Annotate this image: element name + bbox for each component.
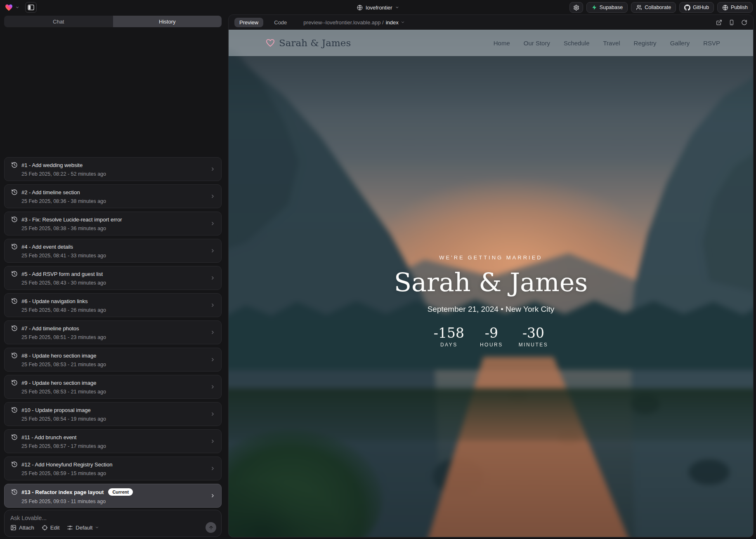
history-item-timestamp: 25 Feb 2025, 08:48 - 26 minutes ago (21, 307, 215, 313)
countdown-unit: -9 HOURS (480, 326, 503, 348)
github-button[interactable]: GitHub (679, 2, 714, 13)
history-item-title: #9 - Update hero section image (21, 380, 96, 386)
open-external-icon[interactable] (716, 19, 722, 26)
history-item-timestamp: 25 Feb 2025, 08:57 - 17 minutes ago (21, 443, 215, 449)
composer-actions: Attach Edit Default (10, 522, 216, 533)
history-list-item-4[interactable]: #4 - Add event details 25 Feb 2025, 08:4… (4, 239, 222, 263)
history-item-timestamp: 25 Feb 2025, 08:36 - 38 minutes ago (21, 198, 215, 204)
chevron-down-icon (401, 20, 405, 24)
chevron-down-icon (95, 525, 99, 530)
users-icon (636, 5, 642, 10)
history-list-item-2[interactable]: #2 - Add timeline section 25 Feb 2025, 0… (4, 184, 222, 208)
history-item-timestamp: 25 Feb 2025, 08:53 - 21 minutes ago (21, 362, 215, 367)
history-item-title: #7 - Add timeline photos (21, 325, 79, 332)
project-switcher[interactable]: lovefrontier (357, 0, 399, 15)
site-brand[interactable]: Sarah & James (266, 38, 351, 48)
chevron-right-icon (210, 357, 215, 362)
nav-link-schedule[interactable]: Schedule (564, 40, 590, 47)
countdown-label: DAYS (440, 342, 458, 348)
chevron-down-icon[interactable] (15, 5, 19, 9)
preview-toolbar: Preview Code preview--lovefrontier.lovab… (229, 15, 753, 30)
history-list-item-13[interactable]: #13 - Refactor index page layout Current… (4, 484, 222, 508)
history-icon (11, 162, 18, 168)
nav-link-travel[interactable]: Travel (603, 40, 620, 47)
edit-button[interactable]: Edit (42, 525, 59, 531)
settings-button[interactable] (569, 2, 583, 13)
chevron-right-icon (210, 384, 215, 390)
tab-history[interactable]: History (113, 16, 222, 27)
history-item-timestamp: 25 Feb 2025, 08:38 - 36 minutes ago (21, 226, 215, 231)
mode-label: Default (76, 525, 92, 531)
supabase-icon (591, 5, 597, 10)
history-icon (11, 271, 18, 277)
refresh-icon[interactable] (741, 19, 747, 26)
chevron-right-icon (210, 466, 215, 471)
crosshair-icon (42, 525, 48, 531)
countdown-label: MINUTES (519, 342, 548, 348)
history-item-timestamp: 25 Feb 2025, 09:03 - 11 minutes ago (21, 499, 215, 504)
nav-link-rsvp[interactable]: RSVP (703, 40, 720, 47)
history-list-item-10[interactable]: #10 - Update proposal image 25 Feb 2025,… (4, 402, 222, 426)
sidebar-toggle-button[interactable] (25, 2, 37, 13)
supabase-button[interactable]: Supabase (586, 2, 628, 13)
history-list-item-7[interactable]: #7 - Add timeline photos 25 Feb 2025, 08… (4, 320, 222, 344)
globe-icon (357, 5, 363, 11)
history-list-item-8[interactable]: #8 - Update hero section image 25 Feb 20… (4, 348, 222, 372)
model-mode-button[interactable]: Default (67, 525, 99, 531)
sidebar-tabs: Chat History (4, 16, 222, 27)
ask-lovable-input[interactable] (10, 515, 215, 521)
gear-icon (573, 5, 579, 11)
attach-label: Attach (19, 525, 34, 531)
history-list-item-6[interactable]: #6 - Update navigation links 25 Feb 2025… (4, 293, 222, 317)
history-list-item-11[interactable]: #11 - Add brunch event 25 Feb 2025, 08:5… (4, 429, 222, 453)
countdown-value: -9 (485, 326, 498, 340)
mobile-view-icon[interactable] (729, 19, 735, 26)
preview-url[interactable]: preview--lovefrontier.lovable.app / inde… (303, 19, 404, 26)
history-list-item-5[interactable]: #5 - Add RSVP form and guest list 25 Feb… (4, 266, 222, 290)
nav-link-registry[interactable]: Registry (634, 40, 657, 47)
history-item-timestamp: 25 Feb 2025, 08:43 - 30 minutes ago (21, 280, 215, 286)
collaborate-button[interactable]: Collaborate (631, 2, 676, 13)
site-nav: HomeOur StoryScheduleTravelRegistryGalle… (494, 40, 720, 47)
nav-link-gallery[interactable]: Gallery (670, 40, 690, 47)
chevron-right-icon (210, 221, 215, 226)
lovable-logo-icon[interactable] (5, 4, 13, 11)
send-button[interactable] (206, 522, 216, 533)
history-item-timestamp: 25 Feb 2025, 08:54 - 19 minutes ago (21, 416, 215, 422)
countdown-unit: -30 MINUTES (519, 326, 548, 348)
tab-chat[interactable]: Chat (4, 16, 113, 27)
attach-button[interactable]: Attach (10, 525, 34, 531)
history-item-title: #13 - Refactor index page layout (21, 489, 104, 495)
history-item-timestamp: 25 Feb 2025, 08:51 - 23 minutes ago (21, 334, 215, 340)
site-preview: Sarah & James HomeOur StoryScheduleTrave… (229, 30, 753, 537)
collaborate-label: Collaborate (645, 5, 671, 10)
history-list-item-1[interactable]: #1 - Add wedding website 25 Feb 2025, 08… (4, 157, 222, 181)
tab-preview[interactable]: Preview (234, 18, 263, 27)
history-list-item-12[interactable]: #12 - Add Honeyfund Registry Section 25 … (4, 457, 222, 480)
chevron-right-icon (210, 439, 215, 444)
nav-link-our-story[interactable]: Our Story (524, 40, 550, 47)
publish-button[interactable]: Publish (717, 2, 753, 13)
history-item-title: #12 - Add Honeyfund Registry Section (21, 461, 112, 468)
history-item-title: #5 - Add RSVP form and guest list (21, 271, 103, 277)
hero-date-location: September 21, 2024 • New York City (428, 305, 555, 314)
nav-link-home[interactable]: Home (494, 40, 510, 47)
site-header: Sarah & James HomeOur StoryScheduleTrave… (229, 30, 753, 56)
prompt-composer: Attach Edit Default (4, 510, 222, 537)
history-icon (11, 489, 18, 495)
heart-icon (266, 39, 275, 47)
history-icon (11, 216, 18, 223)
hero-section: WE'RE GETTING MARRIED Sarah & James Sept… (229, 47, 753, 537)
preview-url-base: preview--lovefrontier.lovable.app / (303, 19, 383, 26)
history-list-item-3[interactable]: #3 - Fix: Resolve Lucide-react import er… (4, 212, 222, 235)
countdown-unit: -158 DAYS (434, 326, 464, 348)
history-item-timestamp: 25 Feb 2025, 08:59 - 15 minutes ago (21, 471, 215, 476)
tab-code[interactable]: Code (269, 18, 292, 27)
history-item-timestamp: 25 Feb 2025, 08:41 - 33 minutes ago (21, 253, 215, 259)
sliders-icon (67, 525, 73, 531)
history-list-item-9[interactable]: #9 - Update hero section image 25 Feb 20… (4, 375, 222, 399)
history-icon (11, 461, 18, 468)
site-brand-label: Sarah & James (279, 38, 351, 48)
history-item-title: #1 - Add wedding website (21, 162, 83, 168)
history-item-title: #10 - Update proposal image (21, 407, 91, 413)
